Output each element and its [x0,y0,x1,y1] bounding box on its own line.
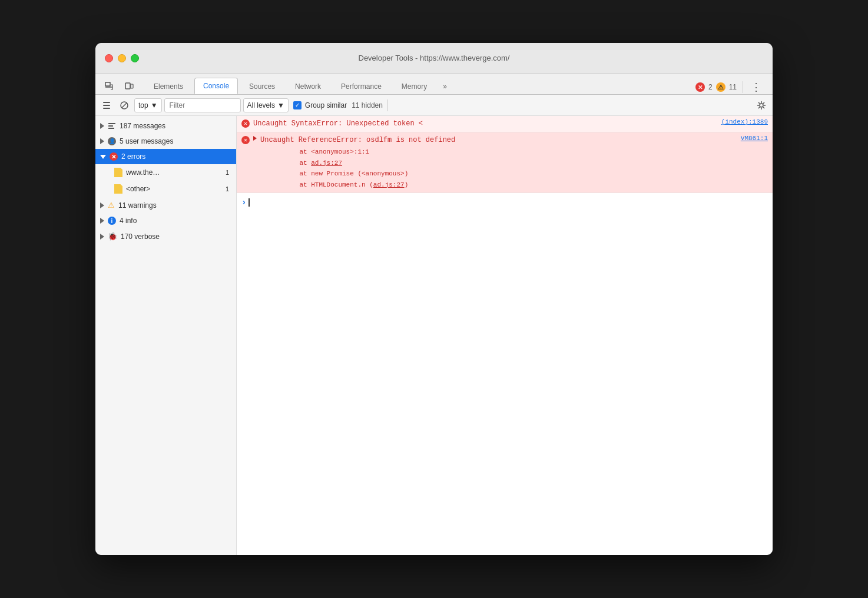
stack-line-4: at HTMLDocument.n (ad.js:27) [260,180,737,191]
expand-icon [100,138,104,144]
sidebar-item-user-messages[interactable]: 👤 5 user messages [95,134,236,149]
file-icon [114,184,122,194]
console-toolbar: top ▼ All levels ▼ ✓ Group similar 11 hi… [95,95,773,116]
file-icon [114,168,122,177]
error-icon: ✕ [241,119,250,128]
sidebar-label-user-messages: 5 user messages [120,137,173,145]
ad-js-link-1[interactable]: ad.js:27 [311,160,342,167]
minimize-button[interactable] [118,54,126,62]
tab-performance[interactable]: Performance [332,78,390,94]
tab-memory[interactable]: Memory [393,78,436,94]
chevron-down-icon: ▼ [277,101,284,109]
bug-icon: 🐞 [108,232,117,241]
context-selector[interactable]: top ▼ [134,98,162,112]
svg-rect-0 [105,82,110,86]
hidden-count: 11 hidden [352,101,383,109]
error-source-syntax[interactable]: (index):1389 [721,118,768,125]
messages-icon [108,122,116,129]
sidebar-item-www-the[interactable]: www.the… 1 [95,164,236,181]
sidebar-count-other: 1 [226,185,229,192]
console-entry-reference-error: ✕ Uncaught ReferenceError: osdlfm is not… [237,132,773,193]
svg-line-7 [122,102,127,108]
filter-input[interactable] [164,98,241,112]
svg-rect-3 [103,102,110,103]
console-prompt[interactable]: › [237,193,773,212]
svg-rect-5 [103,108,110,109]
stack-line-1: at <anonymous>:1:1 [260,147,737,158]
expand-icon [100,155,106,159]
svg-rect-10 [108,125,113,127]
svg-rect-4 [103,105,110,106]
svg-rect-1 [125,83,130,89]
tab-network[interactable]: Network [286,78,330,94]
prompt-cursor [249,198,250,207]
error-circle-icon: ✕ [110,152,118,161]
warning-icon: ⚠ [108,201,115,210]
chevron-down-icon: ▼ [151,101,158,109]
error-message-reference: Uncaught ReferenceError: osdlfm is not d… [260,135,737,190]
sidebar-item-info[interactable]: i 4 info [95,213,236,228]
levels-dropdown[interactable]: All levels ▼ [243,98,289,112]
warning-count: 11 [729,83,737,91]
error-circle-sm-2: ✕ [241,136,250,144]
sidebar-label-errors: 2 errors [121,152,145,161]
error-message-syntax: Uncaught SyntaxError: Unexpected token < [253,118,718,129]
svg-rect-2 [131,84,133,88]
device-toolbar-button[interactable] [120,78,138,94]
tab-console[interactable]: Console [194,78,238,94]
sidebar-label-other: <other> [126,185,150,193]
user-icon: 👤 [108,137,116,145]
devtools-window: Developer Tools - https://www.theverge.c… [95,43,773,555]
group-similar-checkbox[interactable]: ✓ [293,101,302,109]
sidebar-item-warnings[interactable]: ⚠ 11 warnings [95,197,236,213]
prompt-arrow-icon: › [241,198,246,207]
sidebar-item-verbose[interactable]: 🐞 170 verbose [95,228,236,244]
group-similar-container: ✓ Group similar [293,101,347,109]
error-badge: ✕ [695,82,705,92]
block-button[interactable] [117,98,132,113]
clear-console-button[interactable] [99,98,114,113]
sidebar-label-www-the: www.the… [126,168,160,177]
sidebar-label-verbose: 170 verbose [121,232,160,241]
expand-icon [100,234,104,240]
console-output: ✕ Uncaught SyntaxError: Unexpected token… [237,116,773,555]
close-button[interactable] [105,54,113,62]
expand-icon [100,218,104,224]
tab-sources[interactable]: Sources [240,78,284,94]
svg-rect-11 [108,128,114,129]
main-content: 187 messages 👤 5 user messages ✕ 2 error… [95,116,773,555]
svg-rect-9 [108,123,115,124]
error-icon-2: ✕ [241,136,250,144]
sidebar: 187 messages 👤 5 user messages ✕ 2 error… [95,116,237,555]
ad-js-link-2[interactable]: ad.js:27 [373,181,405,188]
info-icon: i [108,217,116,225]
console-settings-button[interactable] [754,98,769,113]
console-entry-syntax-error: ✕ Uncaught SyntaxError: Unexpected token… [237,116,773,132]
sidebar-label-info: 4 info [120,217,137,225]
tab-bar: Elements Console Sources Network Perform… [95,74,773,95]
stack-line-2: at ad.js:27 [260,158,737,169]
expand-icon [100,202,104,208]
sidebar-item-errors[interactable]: ✕ 2 errors [95,149,236,164]
triangle-right-icon [253,136,257,141]
maximize-button[interactable] [131,54,139,62]
sidebar-count-www-the: 1 [226,169,229,176]
error-source-reference[interactable]: VM861:1 [741,135,768,142]
error-circle-sm: ✕ [241,119,250,128]
inspect-element-button[interactable] [100,78,118,94]
traffic-lights [105,54,139,62]
expand-button[interactable] [253,136,257,141]
sidebar-item-other[interactable]: <other> 1 [95,181,236,197]
title-bar: Developer Tools - https://www.theverge.c… [95,43,773,74]
tab-elements[interactable]: Elements [145,78,192,94]
window-title: Developer Tools - https://www.theverge.c… [359,54,510,62]
devtools-menu-button[interactable]: ⋮ [749,80,763,94]
stack-line-3: at new Promise (<anonymous>) [260,168,737,180]
more-tabs-button[interactable]: » [438,79,452,94]
sidebar-item-all-messages[interactable]: 187 messages [95,118,236,134]
warning-badge: ⚠ [716,82,725,92]
error-count: 2 [708,83,713,91]
sidebar-label-warnings: 11 warnings [118,201,157,210]
expand-icon [100,123,104,129]
sidebar-label-all-messages: 187 messages [120,122,165,130]
